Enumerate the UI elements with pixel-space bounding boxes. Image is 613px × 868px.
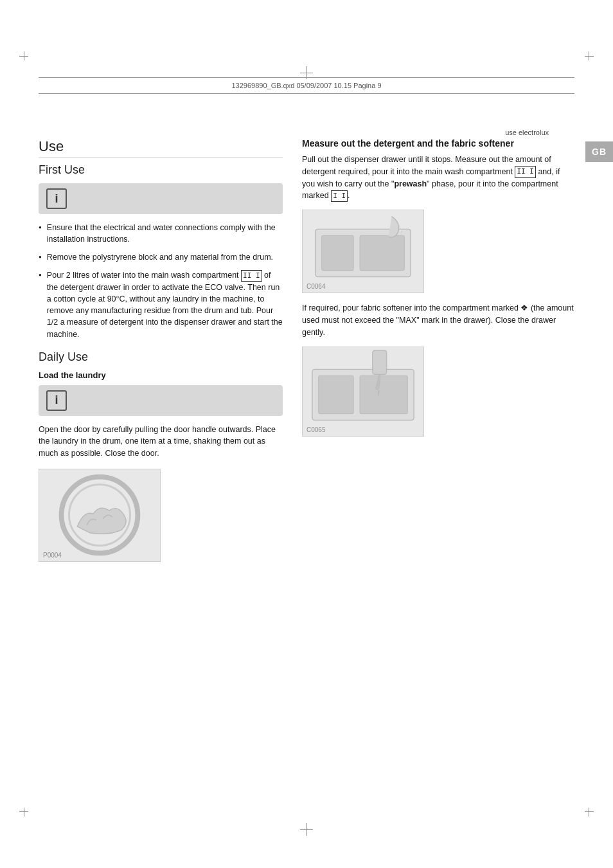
detergent-svg bbox=[303, 210, 423, 293]
daily-use-title: Daily Use bbox=[39, 350, 283, 364]
prewash-bold: prewash bbox=[394, 179, 427, 188]
detergent-image-label: C0064 bbox=[306, 283, 325, 290]
main-title: Use bbox=[39, 138, 283, 158]
softener-image: C0065 bbox=[302, 347, 424, 437]
bullet-item-2: Remove the polystryrene block and any ma… bbox=[39, 251, 283, 263]
reg-mark-bl bbox=[19, 804, 32, 817]
bullet-item-3: Pour 2 litres of water into the main was… bbox=[39, 269, 283, 339]
compartment-pre-symbol: I I bbox=[331, 190, 348, 203]
reg-mark-tr bbox=[581, 51, 594, 64]
load-laundry-subtitle: Load the laundry bbox=[39, 370, 283, 380]
detergent-image: C0064 bbox=[302, 210, 424, 293]
compartment-symbol-main: II I bbox=[241, 270, 262, 282]
reg-mark-tl bbox=[19, 51, 32, 64]
compartment-main-symbol: II I bbox=[515, 166, 536, 178]
page-container: 132969890_GB.qxd 05/09/2007 10.15 Pagina… bbox=[0, 0, 613, 868]
svg-rect-11 bbox=[373, 350, 387, 374]
detergent-section-title: Measure out the detergent and the fabric… bbox=[302, 138, 574, 149]
content-area: Use First Use i Ensure that the electric… bbox=[39, 106, 574, 817]
header-bar: 132969890_GB.qxd 05/09/2007 10.15 Pagina… bbox=[39, 77, 574, 94]
detergent-body-1: Pull out the dispenser drawer until it s… bbox=[302, 154, 574, 202]
load-laundry-body: Open the door by carefully pulling the d… bbox=[39, 424, 283, 460]
file-info: 132969890_GB.qxd 05/09/2007 10.15 Pagina… bbox=[231, 82, 381, 89]
first-use-info-box: i bbox=[39, 183, 283, 214]
gb-badge: GB bbox=[585, 141, 613, 162]
laundry-image: P0004 bbox=[39, 469, 161, 562]
bullet-item-1: Ensure that the electrical and water con… bbox=[39, 222, 283, 245]
left-column: Use First Use i Ensure that the electric… bbox=[39, 106, 283, 817]
detergent-body-2: If required, pour fabric softener into t… bbox=[302, 302, 574, 338]
info-icon-first-use: i bbox=[46, 188, 67, 209]
svg-rect-5 bbox=[322, 236, 353, 271]
daily-use-info-box: i bbox=[39, 385, 283, 416]
right-column: Measure out the detergent and the fabric… bbox=[302, 106, 574, 817]
reg-mark-br bbox=[581, 804, 594, 817]
softener-image-label: C0065 bbox=[306, 426, 325, 433]
info-icon-daily-use: i bbox=[46, 390, 67, 411]
first-use-bullets: Ensure that the electrical and water con… bbox=[39, 222, 283, 340]
crosshair-bottom bbox=[300, 823, 313, 836]
softener-svg bbox=[303, 347, 423, 437]
svg-rect-9 bbox=[319, 375, 353, 413]
svg-rect-6 bbox=[360, 236, 404, 271]
laundry-svg bbox=[39, 469, 160, 562]
first-use-title: First Use bbox=[39, 163, 283, 177]
laundry-image-label: P0004 bbox=[43, 552, 62, 559]
svg-rect-10 bbox=[360, 375, 407, 413]
